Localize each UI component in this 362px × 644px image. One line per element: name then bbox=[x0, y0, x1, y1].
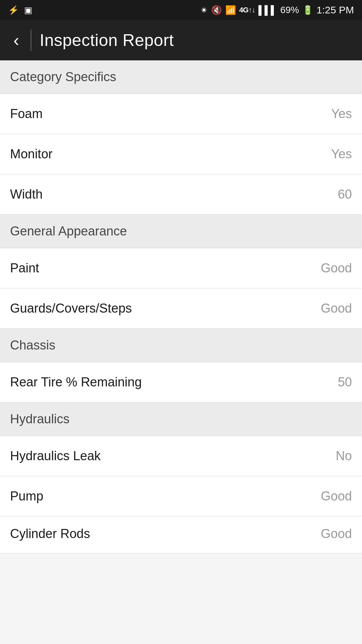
section-header-chassis: Chassis bbox=[0, 329, 362, 362]
row-label-paint: Paint bbox=[10, 261, 39, 275]
battery-icon: 🔋 bbox=[302, 5, 313, 15]
app-bar-divider bbox=[31, 30, 32, 51]
row-pump: Pump Good bbox=[0, 476, 362, 517]
row-label-width: Width bbox=[10, 187, 43, 202]
app-bar: ‹ Inspection Report bbox=[0, 20, 362, 60]
row-value-hydraulics-leak: No bbox=[336, 449, 352, 463]
section-title-general-appearance: General Appearance bbox=[10, 224, 127, 238]
status-bar: ⚡ ▣ ✴ 🔇 📶 4G↑↓ ▌▌▌ 69% 🔋 1:25 PM bbox=[0, 0, 362, 20]
row-foam: Foam Yes bbox=[0, 94, 362, 134]
row-label-monitor: Monitor bbox=[10, 147, 53, 161]
row-label-pump: Pump bbox=[10, 489, 43, 503]
section-header-hydraulics: Hydraulics bbox=[0, 402, 362, 436]
row-value-width: 60 bbox=[338, 187, 352, 202]
row-value-guards-covers-steps: Good bbox=[321, 301, 352, 316]
section-title-category-specifics: Category Specifics bbox=[10, 70, 116, 84]
signal-icon: ▌▌▌ bbox=[258, 5, 277, 15]
row-value-rear-tire: 50 bbox=[338, 375, 352, 389]
row-value-cylinder-rods: Good bbox=[321, 527, 352, 541]
row-cylinder-rods: Cylinder Rods Good bbox=[0, 517, 362, 553]
row-rear-tire: Rear Tire % Remaining 50 bbox=[0, 362, 362, 402]
app-bar-title: Inspection Report bbox=[40, 31, 174, 50]
section-header-general-appearance: General Appearance bbox=[0, 215, 362, 248]
status-icons-left: ⚡ ▣ bbox=[8, 5, 33, 15]
image-icon: ▣ bbox=[24, 5, 33, 15]
row-monitor: Monitor Yes bbox=[0, 134, 362, 174]
section-header-category-specifics: Category Specifics bbox=[0, 60, 362, 94]
usb-icon: ⚡ bbox=[8, 5, 19, 15]
section-title-chassis: Chassis bbox=[10, 338, 55, 352]
mute-icon: 🔇 bbox=[211, 5, 222, 15]
row-value-paint: Good bbox=[321, 261, 352, 275]
row-label-guards-covers-steps: Guards/Covers/Steps bbox=[10, 301, 132, 316]
row-width: Width 60 bbox=[0, 174, 362, 215]
row-value-monitor: Yes bbox=[331, 147, 352, 161]
row-paint: Paint Good bbox=[0, 248, 362, 288]
row-label-hydraulics-leak: Hydraulics Leak bbox=[10, 449, 101, 463]
section-title-hydraulics: Hydraulics bbox=[10, 412, 69, 426]
status-icons-right: ✴ 🔇 📶 4G↑↓ ▌▌▌ 69% 🔋 1:25 PM bbox=[200, 4, 354, 16]
status-time: 1:25 PM bbox=[316, 4, 354, 16]
row-value-foam: Yes bbox=[331, 107, 352, 121]
row-value-pump: Good bbox=[321, 489, 352, 503]
content-area: Category Specifics Foam Yes Monitor Yes … bbox=[0, 60, 362, 553]
back-button[interactable]: ‹ bbox=[10, 32, 22, 49]
row-label-rear-tire: Rear Tire % Remaining bbox=[10, 375, 142, 389]
lte-icon: 4G↑↓ bbox=[239, 6, 255, 14]
row-guards-covers-steps: Guards/Covers/Steps Good bbox=[0, 288, 362, 329]
row-label-cylinder-rods: Cylinder Rods bbox=[10, 527, 90, 541]
row-hydraulics-leak: Hydraulics Leak No bbox=[0, 436, 362, 476]
battery-level: 69% bbox=[280, 5, 299, 15]
wifi-icon: 📶 bbox=[225, 5, 236, 15]
row-label-foam: Foam bbox=[10, 107, 43, 121]
bluetooth-icon: ✴ bbox=[200, 5, 208, 16]
